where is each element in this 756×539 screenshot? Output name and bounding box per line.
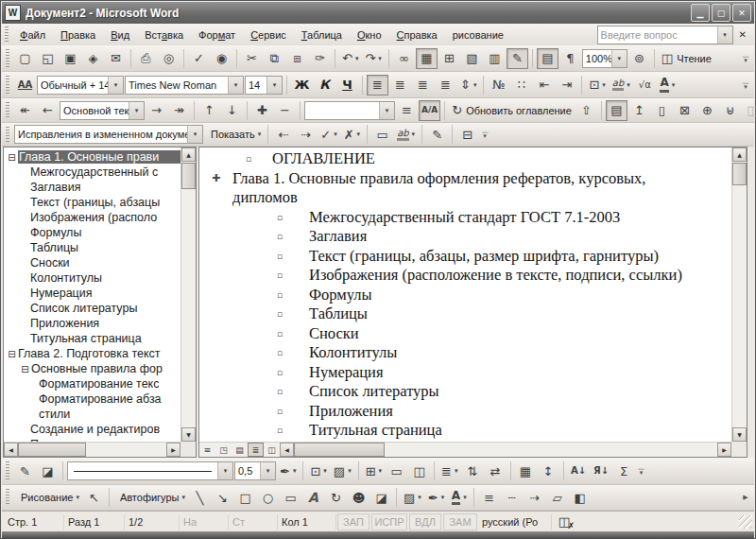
normal-view-button[interactable]: ≡ xyxy=(199,443,215,457)
document-line[interactable]: ▫Таблицы xyxy=(200,304,730,324)
document-line[interactable]: ✚Глава 1. Основные правила оформления ре… xyxy=(200,169,730,189)
toolbar-overflow-button[interactable]: —▾ xyxy=(479,125,490,144)
docmap-item[interactable]: Нумерация xyxy=(5,286,180,301)
toolbar-overflow-button[interactable]: —▾ xyxy=(636,461,647,480)
dropdown-arrow-icon[interactable]: ▾ xyxy=(228,77,243,94)
toolbar-overflow-button[interactable]: ▶ xyxy=(740,488,751,507)
maximize-button[interactable]: ▢ xyxy=(712,4,730,22)
line-style-combo[interactable]: ▾ xyxy=(67,461,233,480)
autosum-button[interactable]: Σ xyxy=(613,461,635,481)
display-for-review-combo[interactable]: Исправления в измененном документе▾ xyxy=(14,125,203,144)
toolbar-grip[interactable] xyxy=(6,489,9,506)
dropdown-arrow-icon[interactable]: ▾ xyxy=(266,77,282,94)
master-document-view-button[interactable]: ▤ xyxy=(606,100,627,121)
document-line[interactable]: ▫Межгосударственный стандарт ГОСТ 7.1-20… xyxy=(200,208,730,228)
extend-selection-mode[interactable]: ВДЛ xyxy=(409,513,441,530)
undo-button[interactable]: ↶▾ xyxy=(339,48,361,69)
font-color-button[interactable]: А▾ xyxy=(657,75,679,96)
previous-change-button[interactable]: ⇠ xyxy=(272,124,294,145)
dropdown-arrow-icon[interactable]: ▾ xyxy=(129,102,144,119)
toolbar-grip[interactable] xyxy=(5,26,9,42)
spelling-status-icon[interactable]: ◫✗ xyxy=(552,514,576,529)
help-button[interactable]: ⊚ xyxy=(628,48,650,69)
permission-button[interactable]: ◈ xyxy=(82,48,104,69)
paste-button[interactable]: ⧈ xyxy=(286,48,308,69)
dash-style-button[interactable]: ┄ xyxy=(501,487,523,508)
document-line[interactable]: ▫Нумерация xyxy=(200,363,730,383)
outline-symbol-icon[interactable]: ✚ xyxy=(212,169,220,189)
document-line[interactable]: ▫Колонтитулы xyxy=(200,343,730,363)
draw-font-color-button[interactable]: А▾ xyxy=(448,487,470,508)
styles-and-formatting-button[interactable]: АА xyxy=(14,75,36,96)
read-mode-button[interactable]: ◫Чтение xyxy=(659,48,714,69)
docmap-vertical-scrollbar[interactable]: ▲ ▼ xyxy=(180,148,196,442)
outline-symbol-icon[interactable]: ▫ xyxy=(277,363,283,383)
split-subdocument-button[interactable]: ◫ xyxy=(742,100,756,121)
eraser-button[interactable]: ◪ xyxy=(37,461,59,481)
resize-grip[interactable] xyxy=(739,515,752,529)
docmap-item[interactable]: Заглавия xyxy=(5,180,180,195)
close-button[interactable]: ✕ xyxy=(732,4,751,22)
open-button[interactable]: ◱ xyxy=(37,48,59,69)
record-macro-mode[interactable]: ЗАП xyxy=(337,513,369,530)
toolbar-grip[interactable] xyxy=(6,76,9,94)
docmap-horizontal-scrollbar[interactable]: ◀ ▶ xyxy=(4,442,180,457)
oval-button[interactable]: ○ xyxy=(257,487,279,508)
shading-color-button[interactable]: ▨▾ xyxy=(331,461,354,481)
underline-button[interactable]: Ч xyxy=(336,75,358,96)
promote-button[interactable]: ← xyxy=(37,100,59,121)
toolbar-grip[interactable] xyxy=(6,127,9,143)
document-line[interactable]: ▫Титульная страница xyxy=(200,421,730,441)
outline-symbol-icon[interactable]: ▫ xyxy=(277,324,283,344)
scroll-right-icon[interactable]: ▶ xyxy=(717,443,731,457)
insert-table-button[interactable]: ⊞▾ xyxy=(363,461,385,481)
menu-item-вид[interactable]: Вид xyxy=(103,26,137,43)
move-down-button[interactable]: ↓ xyxy=(221,100,243,121)
docmap-item[interactable]: Таблицы xyxy=(5,240,180,255)
outline-symbol-icon[interactable]: ▫ xyxy=(246,149,251,169)
mail-recipient-button[interactable]: ✉ xyxy=(105,48,127,69)
line-weight-combo[interactable]: 0,5▾ xyxy=(234,461,276,480)
sort-ascending-button[interactable]: А↓ xyxy=(568,461,590,481)
insert-table-button[interactable]: ⊞ xyxy=(438,48,460,69)
superscript-alpha-button[interactable]: √α xyxy=(634,75,656,96)
highlight-button[interactable]: ab▾ xyxy=(610,75,633,96)
show-level-combo[interactable]: ▾ xyxy=(304,101,395,120)
menu-item-формат[interactable]: Формат xyxy=(191,26,243,43)
document-line[interactable]: ▫Текст (границы, абзацы, размер шрифта, … xyxy=(200,247,730,267)
line-spacing-button[interactable]: ⇕▾ xyxy=(457,75,479,96)
save-button[interactable]: ▣ xyxy=(60,48,81,69)
zoom-combo[interactable]: 100%▾ xyxy=(582,49,627,68)
reject-change-button[interactable]: ✗▾ xyxy=(341,124,363,145)
table-autoformat-button[interactable]: ▦ xyxy=(515,461,537,481)
document-horizontal-scrollbar[interactable]: ≡◳▤≣◫ ◀ ▶ xyxy=(199,442,731,457)
scrollbar-thumb[interactable] xyxy=(294,443,385,457)
show-formatting-marks-button[interactable]: ¶ xyxy=(559,48,581,69)
next-change-button[interactable]: ⇢ xyxy=(295,124,317,145)
numbered-list-button[interactable]: № xyxy=(488,75,509,96)
insert-excel-worksheet-button[interactable]: ▧ xyxy=(461,48,483,69)
drawing-toggle-button[interactable]: ✎ xyxy=(507,48,528,69)
outside-border-button[interactable]: ⊡▾ xyxy=(586,75,608,96)
font-size-combo[interactable]: 14▾ xyxy=(245,76,283,95)
borders-button[interactable]: ⊡▾ xyxy=(307,461,329,481)
insert-comment-button[interactable]: ▭ xyxy=(371,124,393,145)
outline-symbol-icon[interactable]: ▫ xyxy=(277,208,283,228)
move-up-button[interactable]: ↑ xyxy=(198,100,220,121)
docmap-item[interactable]: Список литературы xyxy=(5,301,180,316)
reviewing-highlight-button[interactable]: ab▾ xyxy=(394,124,418,145)
go-to-toc-button[interactable]: ⇧ xyxy=(576,100,597,121)
align-center-button[interactable]: ≣ xyxy=(389,75,411,96)
new-document-button[interactable]: ▢ xyxy=(14,48,36,69)
dropdown-arrow-icon[interactable]: ▾ xyxy=(108,77,123,94)
align-left-button[interactable]: ≣ xyxy=(367,75,388,96)
docmap-item[interactable]: Межгосударственный с xyxy=(5,165,180,180)
expand-button[interactable]: ✚ xyxy=(251,100,273,121)
show-menu-button[interactable]: Показать▾ xyxy=(204,124,264,145)
menubar-close-icon[interactable]: ✕ xyxy=(733,27,752,42)
print-preview-button[interactable]: ◎ xyxy=(158,48,180,69)
document-line[interactable]: ▫Список литературы xyxy=(200,382,730,402)
draw-table-button[interactable]: ✎ xyxy=(14,461,36,481)
demote-to-body-text-button[interactable]: ↠ xyxy=(168,100,190,121)
toolbar-grip[interactable] xyxy=(6,461,9,480)
